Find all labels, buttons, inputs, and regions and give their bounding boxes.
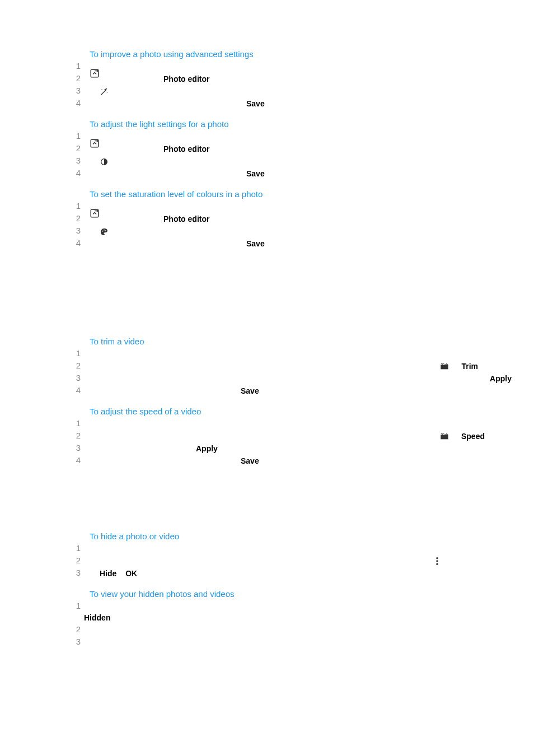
apply-label: Apply: [490, 374, 512, 383]
svg-point-12: [436, 560, 438, 562]
save-label: Save: [246, 239, 265, 248]
step-number: 4: [67, 98, 81, 108]
apply-label: Apply: [196, 444, 218, 453]
section-viewhidden: To view your hidden photos and videos 1 …: [0, 589, 534, 648]
document-page: To improve a photo using advanced settin…: [0, 0, 534, 680]
svg-point-7: [104, 230, 105, 231]
section-title: To set the saturation level of colours i…: [90, 189, 534, 199]
svg-rect-10: [441, 435, 448, 439]
step-number: 2: [67, 73, 81, 83]
step-number: 2: [67, 624, 81, 634]
step-number: 3: [67, 86, 81, 95]
exposure-icon: [100, 157, 109, 166]
ok-label: OK: [125, 569, 137, 578]
step-number: 4: [67, 455, 81, 465]
trim-label: Trim: [461, 361, 478, 372]
step-number: 1: [67, 348, 81, 358]
section-hide: To hide a photo or video 1 2 3 Hide OK: [0, 531, 534, 579]
movie-icon: [440, 362, 449, 370]
step-number: 4: [67, 168, 81, 178]
svg-point-6: [102, 231, 103, 232]
step-number: 1: [67, 61, 81, 71]
section-title: To trim a video: [90, 337, 534, 346]
save-label: Save: [246, 99, 265, 108]
step-number: 1: [67, 418, 81, 428]
movie-icon: [440, 432, 449, 440]
section-title: To hide a photo or video: [90, 531, 534, 541]
photo-editor-label: Photo editor: [163, 73, 209, 85]
svg-point-1: [101, 90, 102, 90]
edit-icon: [90, 138, 100, 148]
svg-point-2: [107, 92, 107, 93]
save-label: Save: [241, 456, 259, 465]
step-number: 1: [67, 201, 81, 211]
step-number: 1: [67, 131, 81, 141]
hide-label: Hide: [100, 569, 116, 578]
step-number: 3: [67, 156, 81, 165]
section-title: To view your hidden photos and videos: [90, 589, 534, 599]
section-title: To adjust the speed of a video: [90, 407, 534, 416]
section-light: To adjust the light settings for a photo…: [0, 119, 534, 179]
step-number: 4: [67, 385, 81, 395]
save-label: Save: [241, 386, 259, 395]
speed-label: Speed: [461, 431, 485, 442]
photo-editor-label: Photo editor: [163, 213, 209, 225]
step-number: 2: [67, 556, 81, 565]
photo-editor-label: Photo editor: [163, 143, 209, 155]
step-number: 3: [67, 373, 81, 382]
step-number: 4: [67, 238, 81, 248]
step-number: 2: [67, 143, 81, 153]
hidden-label: Hidden: [84, 613, 110, 622]
magic-wand-icon: [100, 87, 109, 96]
step-number: 2: [67, 213, 81, 223]
section-title: To improve a photo using advanced settin…: [90, 49, 534, 59]
svg-point-13: [436, 563, 438, 566]
svg-point-8: [105, 230, 106, 231]
section-title: To adjust the light settings for a photo: [90, 119, 534, 129]
step-number: 3: [67, 637, 81, 646]
step-number: 1: [67, 601, 81, 610]
step-number: 3: [67, 568, 81, 577]
step-number: 2: [67, 431, 81, 440]
section-speed: To adjust the speed of a video 1 2 Speed…: [0, 407, 534, 466]
edit-icon: [90, 208, 100, 218]
more-vert-icon: [435, 557, 439, 566]
section-saturation: To set the saturation level of colours i…: [0, 189, 534, 249]
save-label: Save: [246, 169, 265, 178]
svg-point-11: [436, 557, 438, 559]
step-number: 3: [67, 443, 81, 452]
step-number: 1: [67, 543, 81, 553]
step-number: 3: [67, 226, 81, 235]
svg-rect-9: [441, 365, 448, 369]
palette-icon: [100, 227, 109, 236]
section-trim: To trim a video 1 2 Trim 3 Apply 4 Save: [0, 337, 534, 396]
edit-icon: [90, 68, 100, 78]
section-advanced: To improve a photo using advanced settin…: [0, 49, 534, 109]
step-number: 2: [67, 361, 81, 370]
